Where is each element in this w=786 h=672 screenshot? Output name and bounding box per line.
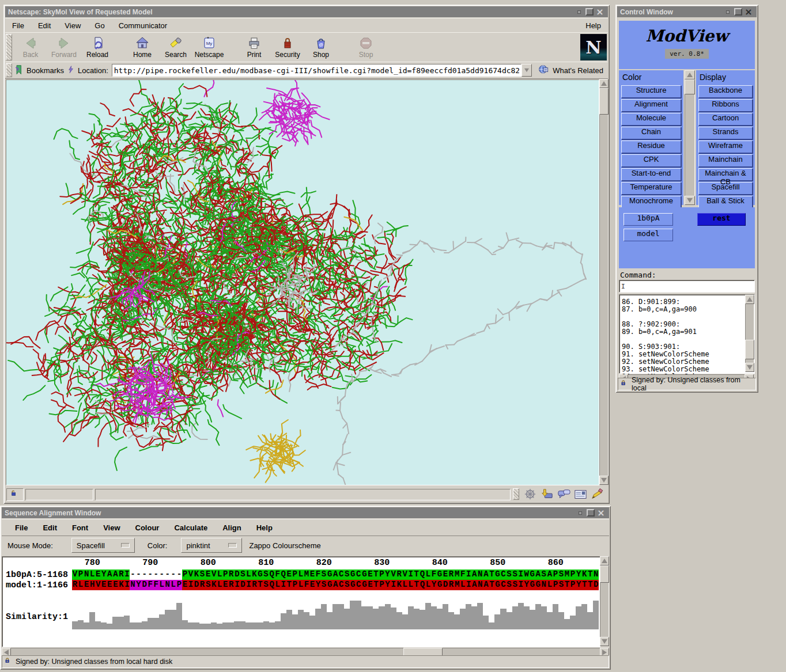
scroll-up-icon[interactable] — [600, 556, 609, 565]
alignment-vertical-scrollbar[interactable] — [600, 556, 609, 646]
control-titlebar[interactable]: Control Window × — [617, 6, 757, 17]
addressbook-icon[interactable] — [573, 488, 588, 501]
maximize-button[interactable] — [584, 7, 595, 16]
display-strands-button[interactable]: Strands — [698, 127, 753, 139]
bookmarks-icon[interactable] — [14, 64, 25, 77]
molecule-vertical-scrollbar[interactable] — [599, 79, 609, 485]
display-cartoon-button[interactable]: Cartoon — [698, 113, 753, 126]
component-bar-grip[interactable] — [513, 488, 519, 500]
alignment-area[interactable]: 780790800810820830840850860 1b0pA:5-1168… — [2, 556, 600, 647]
toolbar-search-button[interactable]: Search — [159, 35, 192, 60]
display-spacefill-button[interactable]: Spacefill — [698, 182, 753, 195]
alignment-menu-file[interactable]: File — [7, 523, 35, 533]
menu-go[interactable]: Go — [88, 21, 111, 31]
locationbar-grip[interactable] — [6, 63, 12, 77]
close-icon[interactable]: × — [596, 508, 606, 517]
display-backbone-button[interactable]: Backbone — [698, 85, 753, 98]
residue-cell: I — [234, 580, 240, 590]
color-alignment-button[interactable]: Alignment — [621, 99, 681, 112]
color-chain-button[interactable]: Chain — [621, 127, 681, 139]
menu-help[interactable]: Help — [579, 21, 608, 31]
similarity-bar — [95, 621, 101, 629]
security-status-button[interactable] — [6, 488, 24, 501]
maximize-button[interactable] — [733, 7, 743, 16]
close-icon[interactable]: × — [595, 7, 605, 16]
toolbar-stop-button[interactable]: Stop — [349, 35, 383, 60]
toolbar-back-button[interactable]: Back — [14, 35, 47, 60]
color-start-to-end-button[interactable]: Start-to-end — [621, 168, 681, 181]
chain-button-1b0pA[interactable]: 1b0pA — [623, 213, 673, 226]
close-icon[interactable]: × — [743, 7, 754, 16]
scroll-thumb[interactable] — [600, 565, 609, 583]
menu-edit[interactable]: Edit — [31, 21, 58, 31]
display-wireframe-button[interactable]: Wireframe — [698, 141, 753, 153]
menu-view[interactable]: View — [58, 21, 88, 31]
location-input[interactable] — [112, 64, 521, 76]
molecule-canvas[interactable] — [6, 79, 599, 485]
location-dropdown-button[interactable] — [522, 64, 532, 77]
alignment-menu-align[interactable]: Align — [215, 523, 249, 533]
residue-cell: N — [477, 580, 483, 590]
alignment-menu-calculate[interactable]: Calculate — [167, 523, 215, 533]
maximize-button[interactable] — [585, 508, 596, 517]
color-molecule-button[interactable]: Molecule — [621, 113, 681, 126]
menu-file[interactable]: File — [5, 21, 31, 31]
toolbar-netscape-button[interactable]: MyNetscape — [192, 35, 226, 60]
chain-button-model[interactable]: model — [623, 229, 673, 241]
toolbar-reload-button[interactable]: Reload — [81, 35, 114, 60]
scroll-up-icon[interactable] — [599, 79, 609, 88]
bookmarks-button[interactable]: Bookmarks — [25, 66, 67, 75]
menu-communicator[interactable]: Communicator — [112, 21, 175, 31]
scroll-up-icon[interactable] — [685, 70, 695, 79]
alignment-menu-font[interactable]: Font — [65, 523, 96, 533]
scroll-thumb[interactable] — [685, 79, 695, 94]
sequence-row-1[interactable]: RLEHVEEEKINYDFFLNLPEIDRSKLERIDIRTSQLITPL… — [72, 580, 599, 590]
minimize-button[interactable] — [723, 7, 733, 16]
alignment-menu-edit[interactable]: Edit — [35, 523, 65, 533]
color-temperature-button[interactable]: Temperature — [621, 182, 681, 195]
toolbar-grip[interactable] — [6, 34, 12, 60]
color-cpk-button[interactable]: CPK — [621, 154, 681, 167]
color-monochrome-button[interactable]: Monochrome — [621, 196, 681, 208]
display-mainchain-cb-button[interactable]: Mainchain & CB — [698, 168, 753, 181]
toolbar-home-button[interactable]: Home — [126, 35, 159, 60]
toolbar-forward-button[interactable]: Forward — [47, 35, 81, 60]
color-header: Color — [619, 70, 683, 84]
netscape-logo[interactable]: N — [580, 34, 607, 60]
panel-scrollbar[interactable] — [685, 70, 695, 205]
alignment-menu-help[interactable]: Help — [249, 523, 280, 533]
command-input[interactable]: I — [619, 280, 755, 293]
alignment-titlebar[interactable]: Sequence Alignment Window × — [2, 507, 609, 518]
mouse-mode-dropdown[interactable]: Spacefill — [71, 538, 135, 553]
display-mainchain-button[interactable]: Mainchain — [698, 154, 753, 167]
rest-button[interactable]: rest — [697, 213, 746, 226]
messenger-icon[interactable] — [556, 488, 571, 501]
color-structure-button[interactable]: Structure — [621, 85, 681, 98]
scroll-thumb[interactable] — [599, 88, 609, 115]
navigator-wheel-icon[interactable] — [523, 488, 538, 501]
toolbar-print-button[interactable]: Print — [237, 35, 271, 60]
minimize-button[interactable] — [575, 508, 585, 517]
composer-icon[interactable] — [590, 488, 604, 501]
color-residue-button[interactable]: Residue — [621, 141, 681, 153]
scroll-down-icon[interactable] — [685, 196, 695, 205]
alignment-menu-colour[interactable]: Colour — [128, 523, 167, 533]
sequence-row-0[interactable]: VPNLEYAARI---------PVKSEVLPRDSLKGSQFQEPL… — [72, 570, 599, 580]
toolbar-security-button[interactable]: Security — [271, 35, 304, 60]
scroll-up-icon[interactable] — [745, 295, 754, 304]
scroll-down-icon[interactable] — [600, 637, 609, 646]
display-ribbons-button[interactable]: Ribbons — [698, 99, 753, 112]
log-vertical-scrollbar[interactable] — [745, 295, 754, 372]
display-ball-stick-button[interactable]: Ball & Stick — [698, 196, 753, 208]
whats-related-globe-icon[interactable] — [538, 64, 550, 76]
scroll-thumb[interactable] — [745, 340, 754, 359]
browser-titlebar[interactable]: Netscape: SkyMol View of Requested Model… — [5, 6, 608, 17]
alignment-menu-view[interactable]: View — [96, 523, 127, 533]
scroll-down-icon[interactable] — [599, 476, 609, 485]
color-dropdown[interactable]: pinktint — [181, 538, 242, 553]
toolbar-shop-button[interactable]: @Shop — [304, 35, 338, 60]
download-icon[interactable] — [539, 488, 554, 501]
whats-related-button[interactable]: What's Related — [550, 66, 608, 75]
scroll-down-icon[interactable] — [745, 363, 754, 372]
minimize-button[interactable] — [574, 7, 584, 16]
